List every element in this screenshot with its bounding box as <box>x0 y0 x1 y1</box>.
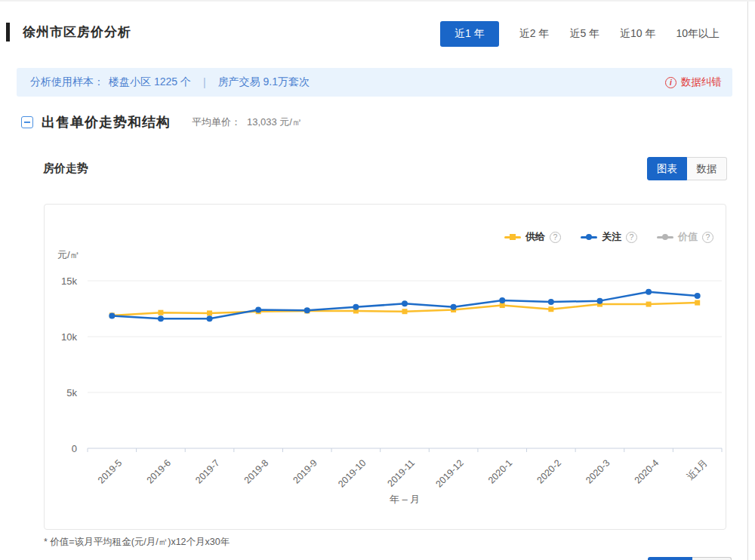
view-toggle-chart-button[interactable]: 图表 <box>647 157 687 180</box>
page-header: 徐州市区房价分析 <box>6 23 131 42</box>
y-tick-label: 5k <box>66 387 77 398</box>
section-title: 出售单价走势和结构 <box>42 113 171 131</box>
x-tick-label: 2019-10 <box>336 457 368 489</box>
y-axis-unit-label: 元/㎡ <box>57 248 80 262</box>
data-correction-label: 数据纠错 <box>681 75 722 89</box>
x-tick-label: 2020-1 <box>486 457 514 485</box>
y-tick-label: 0 <box>72 443 77 454</box>
x-tick-label: 2020-2 <box>535 457 563 485</box>
tab-recent-5-years[interactable]: 近5 年 <box>569 27 599 41</box>
chart-legend: 供给 ? 关注 ? 价值 ? <box>504 230 713 244</box>
value-formula-footnote: * 价值=该月平均租金(元/月/㎡)x12个月x30年 <box>44 536 230 549</box>
data-point[interactable] <box>646 302 652 307</box>
next-section-view-toggle-cutoff <box>648 557 732 560</box>
tab-recent-1-year[interactable]: 近1 年 <box>440 21 499 47</box>
data-point[interactable] <box>255 306 261 312</box>
title-accent-bar <box>6 23 10 42</box>
sample-info-text: 分析使用样本： 楼盘小区 1225 个 | 房产交易 9.1万套次 <box>30 75 310 89</box>
next-section-data-button-cutoff[interactable] <box>692 557 732 560</box>
data-point[interactable] <box>695 300 700 306</box>
trend-subheader: 房价走势 图表 数据 <box>43 157 727 180</box>
data-point[interactable] <box>109 313 115 319</box>
average-price-value: 13,033 元/㎡ <box>247 116 302 128</box>
x-tick-label: 2020-3 <box>584 457 612 485</box>
data-point[interactable] <box>596 298 602 304</box>
legend-item-attention[interactable]: 关注 ? <box>581 230 637 244</box>
info-circle-icon: i <box>665 77 676 88</box>
view-toggle-data-button[interactable]: 数据 <box>687 157 727 180</box>
sample-separator: | <box>203 76 206 88</box>
sample-label: 分析使用样本： <box>30 75 104 89</box>
housing-price-analysis-page: 徐州市区房价分析 近1 年 近2 年 近5 年 近10 年 10年以上 分析使用… <box>0 0 755 560</box>
data-point[interactable] <box>500 303 505 308</box>
legend-value-label: 价值 <box>678 230 698 244</box>
sample-transactions: 房产交易 9.1万套次 <box>218 75 310 89</box>
data-point[interactable] <box>304 307 310 313</box>
y-tick-label: 10k <box>61 331 77 343</box>
x-tick-label: 2019-7 <box>193 457 221 485</box>
average-price-label: 平均单价： <box>192 116 241 128</box>
x-tick-label: 2019-8 <box>242 457 270 485</box>
x-tick-label: 2019-12 <box>433 457 465 489</box>
tab-recent-2-years[interactable]: 近2 年 <box>519 27 550 41</box>
data-point[interactable] <box>158 315 164 322</box>
data-point[interactable] <box>402 309 408 314</box>
page-right-divider <box>747 2 748 560</box>
x-tick-label: 近1月 <box>685 457 709 482</box>
data-point[interactable] <box>158 310 163 315</box>
data-point[interactable] <box>695 293 701 299</box>
legend-item-supply[interactable]: 供给 ? <box>504 230 561 244</box>
next-section-chart-button-cutoff[interactable] <box>648 557 692 560</box>
x-tick-label: 2019-11 <box>385 457 417 489</box>
data-point[interactable] <box>207 310 212 315</box>
sample-buildings: 楼盘小区 1225 个 <box>109 75 191 89</box>
section-header: 出售单价走势和结构 平均单价：13,033 元/㎡ <box>21 113 302 131</box>
tab-over-10-years[interactable]: 10年以上 <box>676 27 720 41</box>
legend-attention-label: 关注 <box>602 230 621 244</box>
supply-line-marker-icon <box>504 233 521 241</box>
data-point[interactable] <box>646 289 652 295</box>
view-toggle: 图表 数据 <box>647 157 727 180</box>
value-line-marker-icon <box>657 233 673 241</box>
x-axis-title: 年 – 月 <box>390 494 420 505</box>
data-point[interactable] <box>207 315 213 322</box>
price-trend-line-chart[interactable]: 05k10k15k2019-52019-62019-72019-82019-92… <box>45 205 726 529</box>
data-point[interactable] <box>548 306 553 312</box>
value-help-icon[interactable]: ? <box>702 232 713 243</box>
tab-recent-10-years[interactable]: 近10 年 <box>620 27 655 41</box>
price-trend-chart-panel: 供给 ? 关注 ? 价值 ? 元/㎡ 05k10k15k2019-52019-6… <box>44 204 726 530</box>
data-point[interactable] <box>353 304 359 310</box>
data-point[interactable] <box>548 299 554 305</box>
page-title: 徐州市区房价分析 <box>23 23 131 41</box>
legend-item-value[interactable]: 价值 ? <box>657 230 713 244</box>
data-point[interactable] <box>499 297 505 303</box>
x-tick-label: 2019-9 <box>291 457 319 485</box>
x-tick-label: 2019-6 <box>145 457 173 485</box>
data-point[interactable] <box>402 300 408 306</box>
x-tick-label: 2020-4 <box>633 457 661 485</box>
average-price: 平均单价：13,033 元/㎡ <box>192 115 302 129</box>
attention-help-icon[interactable]: ? <box>626 232 637 243</box>
data-correction-button[interactable]: i 数据纠错 <box>665 75 722 89</box>
y-tick-label: 15k <box>61 275 77 287</box>
legend-supply-label: 供给 <box>525 230 545 244</box>
data-point[interactable] <box>451 304 457 310</box>
trend-subtitle: 房价走势 <box>43 162 88 176</box>
period-tabs: 近1 年 近2 年 近5 年 近10 年 10年以上 <box>440 21 720 47</box>
collapse-minus-icon[interactable] <box>21 116 33 128</box>
x-tick-label: 2019-5 <box>96 457 124 485</box>
attention-line-marker-icon <box>581 233 597 241</box>
supply-help-icon[interactable]: ? <box>550 232 561 243</box>
sample-info-bar: 分析使用样本： 楼盘小区 1225 个 | 房产交易 9.1万套次 i 数据纠错 <box>17 68 732 97</box>
